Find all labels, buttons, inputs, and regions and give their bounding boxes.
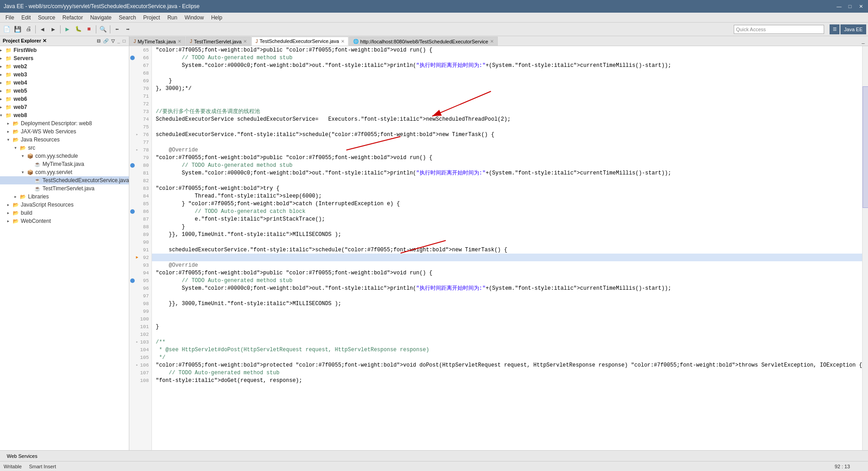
menu-source[interactable]: Source (34, 14, 59, 22)
tree-icon-file-java: ☕ (34, 186, 42, 192)
line-number-99: 99 (129, 307, 151, 315)
menu-refactor[interactable]: Refactor (59, 14, 86, 22)
bottom-tab-webservices[interactable]: Web Services (2, 452, 42, 461)
minimize-button[interactable]: — (835, 3, 843, 10)
tab-testscheduled[interactable]: J TestScheduledExecutorService.java ✕ (251, 37, 348, 46)
minimize-view-button[interactable]: _ (117, 38, 121, 43)
code-line-108: "font-style:italic">doGet(request, respo… (152, 377, 862, 384)
breakpoint-dot (130, 163, 135, 168)
line-number-69: 69 (129, 77, 151, 85)
menu-window[interactable]: Window (181, 14, 208, 22)
tree-item-Deployment-Descriptor--web8[interactable]: ▸📂Deployment Descriptor: web8 (0, 119, 129, 127)
tree-item-WebContent[interactable]: ▸📂WebContent (0, 217, 129, 225)
menu-help[interactable]: Help (208, 14, 226, 22)
new-button[interactable]: 📄 (2, 24, 12, 34)
menu-search[interactable]: Search (115, 14, 140, 22)
tree-item-Libraries[interactable]: ▸📂Libraries (0, 193, 129, 201)
fold-marker[interactable]: ▸ (136, 339, 138, 344)
editor-area[interactable]: 6566676869707172737475▸7677▸787980818283… (129, 46, 868, 450)
menu-project[interactable]: Project (140, 14, 164, 22)
forward-button[interactable]: ▶ (48, 24, 58, 34)
tree-item-Servers[interactable]: ▸📁Servers (0, 54, 129, 62)
tab-mytimetask[interactable]: J MyTimeTask.java ✕ (129, 37, 185, 46)
tree-icon-project: 📁 (5, 72, 13, 78)
run-button[interactable]: ▶ (62, 24, 72, 34)
close-tab-mytimetask[interactable]: ✕ (178, 39, 181, 44)
tree-item-TestScheduledExecutorService-java[interactable]: ☕TestScheduledExecutorService.java (0, 176, 129, 184)
view-menu-button[interactable]: ▽ (110, 38, 116, 43)
tree-icon-project: 📁 (5, 113, 13, 118)
tree-item-FirstWeb[interactable]: ▸📁FirstWeb (0, 46, 129, 54)
tree-item-web4[interactable]: ▸📁web4 (0, 79, 129, 87)
menu-edit[interactable]: Edit (18, 14, 34, 22)
close-tab-testtimerservlet[interactable]: ✕ (243, 39, 247, 44)
search-button[interactable]: 🔍 (98, 24, 108, 34)
code-line-71 (152, 92, 862, 100)
prev-button[interactable]: ⬅ (112, 24, 122, 34)
tree-item-build[interactable]: ▸📂build (0, 209, 129, 217)
line-number-73: 73 (129, 108, 151, 115)
code-line-105: */ (152, 353, 862, 361)
tree-item-com-yyy-schedule[interactable]: ▾📦com.yyy.schedule (0, 152, 129, 160)
tree-label: JavaScript Resources (21, 202, 74, 208)
maximize-button[interactable]: □ (846, 3, 854, 10)
menu-file[interactable]: File (2, 14, 18, 22)
tree-label: JAX-WS Web Services (21, 128, 76, 135)
stop-button[interactable]: ■ (84, 24, 94, 34)
collapse-all-button[interactable]: ⊟ (96, 38, 101, 43)
tree-arrow: ▸ (0, 64, 5, 69)
close-tab-browser[interactable]: ✕ (490, 39, 494, 44)
minimize-editor-button[interactable]: _ (859, 38, 868, 46)
tree-icon-package: 📦 (27, 153, 34, 159)
print-button[interactable]: 🖨 (24, 24, 33, 34)
menu-navigate[interactable]: Navigate (86, 14, 115, 22)
line-number-74: 74 (129, 115, 151, 123)
tree-item-web6[interactable]: ▸📁web6 (0, 95, 129, 103)
tree-item-TestTimerServlet-java[interactable]: ☕TestTimerServlet.java (0, 184, 129, 193)
close-button[interactable]: ✕ (857, 3, 864, 10)
tree-item-JAX-WS-Web-Services[interactable]: ▸📂JAX-WS Web Services (0, 127, 129, 136)
tab-label: MyTimeTask.java (137, 39, 176, 44)
line-number-91: 91 (129, 246, 151, 254)
tree-item-JavaScript-Resources[interactable]: ▸📂JavaScript Resources (0, 201, 129, 209)
tree-item-MyTimeTask-java[interactable]: ☕MyTimeTask.java (0, 160, 129, 168)
line-number-100: 100 (129, 315, 151, 323)
tab-browser[interactable]: 🌐 http://localhost:8080/web8/TestSchedul… (349, 37, 498, 46)
fold-marker[interactable]: ▸ (136, 147, 138, 152)
tree-arrow: ▾ (22, 154, 27, 158)
code-line-107: // TODO Auto-generated method stub (152, 369, 862, 377)
menu-run[interactable]: Run (164, 14, 181, 22)
line-number-71: 71 (129, 92, 151, 100)
tree-item-web2[interactable]: ▸📁web2 (0, 62, 129, 71)
close-tab-testscheduled[interactable]: ✕ (341, 39, 344, 44)
next-button[interactable]: ➡ (123, 24, 133, 34)
tree-item-web3[interactable]: ▸📁web3 (0, 71, 129, 79)
tree-item-Java-Resources[interactable]: ▾📂Java Resources (0, 136, 129, 144)
tree-icon-folder: 📂 (13, 129, 20, 135)
back-button[interactable]: ◀ (38, 24, 47, 34)
tree-item-web8[interactable]: ▾📁web8 (0, 111, 129, 119)
fold-marker[interactable]: ▸ (136, 363, 138, 367)
tab-testtimerservlet[interactable]: J TestTimerServlet.java ✕ (186, 37, 251, 46)
link-button[interactable]: 🔗 (102, 38, 109, 43)
code-line-73: //要执行多个任务要改成任务调度的线程池 (152, 108, 862, 115)
code-line-75 (152, 123, 862, 131)
tree-arrow: ▸ (7, 211, 13, 215)
code-content[interactable]: "color:#7f0055;font-weight:bold">public … (152, 46, 862, 450)
perspective-button[interactable]: ☰ (830, 24, 840, 34)
tree-item-src[interactable]: ▾📂src (0, 144, 129, 152)
tree-item-web7[interactable]: ▸📁web7 (0, 103, 129, 111)
line-number-81: 81 (129, 169, 151, 177)
java-ee-perspective[interactable]: Java EE (840, 24, 866, 34)
save-button[interactable]: 💾 (13, 24, 23, 34)
line-number-84: 84 (129, 192, 151, 200)
maximize-view-button[interactable]: □ (122, 38, 126, 43)
toolbar-sep-3 (96, 25, 96, 33)
debug-button[interactable]: 🐛 (73, 24, 83, 34)
tree-item-web5[interactable]: ▸📁web5 (0, 87, 129, 95)
status-position: 92 : 13 (835, 464, 850, 469)
fold-marker[interactable]: ▸ (136, 132, 138, 137)
quick-access-input[interactable]: Quick Access (734, 25, 824, 34)
window-title: Java EE - web8/src/com/yyy/servlet/TestS… (4, 3, 835, 9)
tree-item-com-yyy-servlet[interactable]: ▾📦com.yyy.servlet (0, 168, 129, 176)
